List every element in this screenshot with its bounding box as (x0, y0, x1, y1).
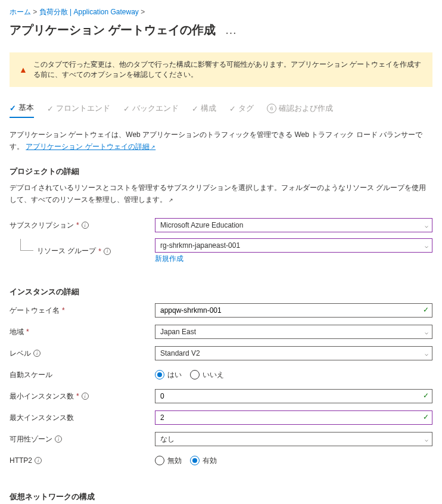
required-mark: * (26, 328, 29, 336)
tier-value: Standard V2 (160, 349, 200, 357)
radio-disabled-label: 無効 (167, 456, 182, 466)
min-instances-input[interactable] (155, 389, 432, 403)
section-instance-title: インスタンスの詳細 (10, 287, 432, 297)
http2-enabled-radio[interactable]: 有効 (190, 456, 217, 466)
label-tier-text: レベル (10, 349, 31, 359)
learn-more-link[interactable]: アプリケーション ゲートウェイの詳細 (26, 142, 155, 151)
check-icon (47, 104, 54, 113)
autoscale-yes-radio[interactable]: はい (155, 370, 182, 380)
breadcrumb-sep: > (31, 8, 39, 16)
resource-group-dropdown[interactable]: rg-shrkmn-japaneast-001 (155, 238, 432, 253)
required-mark: * (76, 221, 79, 229)
info-icon[interactable] (82, 393, 89, 400)
tab-backend-label: バックエンド (132, 103, 179, 114)
required-mark: * (76, 392, 79, 400)
project-desc-text: デプロイされているリソースとコストを管理するサブスクリプションを選択します。フォ… (10, 183, 426, 204)
rg-value: rg-shrkmn-japaneast-001 (160, 241, 240, 250)
label-gwname-text: ゲートウェイ名 (10, 306, 60, 316)
required-mark: * (62, 306, 65, 315)
autoscale-radio-group: はい いいえ (155, 370, 432, 380)
label-az-text: 可用性ゾーン (10, 434, 52, 444)
tab-tag[interactable]: タグ (229, 102, 254, 118)
tab-review-label: 確認および作成 (279, 103, 333, 114)
more-icon[interactable]: … (225, 23, 237, 37)
availability-zone-dropdown[interactable]: なし (155, 432, 432, 446)
radio-yes-label: はい (167, 370, 182, 380)
tab-basic-label: 基本 (18, 102, 34, 113)
warning-alert: ▲ このタブで行った変更は、他のタブで行った構成に影響する可能性があります。アプ… (10, 52, 432, 87)
breadcrumb-sep2: > (139, 8, 145, 16)
info-icon[interactable] (104, 248, 111, 255)
http2-disabled-radio[interactable]: 無効 (155, 456, 182, 466)
breadcrumb-link[interactable]: 負荷分散 | Application Gateway (39, 8, 139, 16)
label-autoscale-text: 自動スケール (10, 370, 52, 380)
intro-text: アプリケーション ゲートウェイは、Web アプリケーションのトラフィックを管理で… (10, 129, 432, 153)
autoscale-no-radio[interactable]: いいえ (190, 370, 224, 380)
radio-icon (155, 456, 164, 465)
valid-check-icon: ✓ (423, 413, 429, 421)
label-availability-zone: 可用性ゾーン (10, 434, 155, 444)
max-instances-input[interactable] (155, 410, 432, 425)
section-project-desc: デプロイされているリソースとコストを管理するサブスクリプションを選択します。フォ… (10, 182, 432, 206)
region-dropdown[interactable]: Japan East (155, 325, 432, 339)
alert-text: このタブで行った変更は、他のタブで行った構成に影響する可能性があります。アプリケ… (33, 60, 423, 80)
create-new-rg-link[interactable]: 新規作成 (155, 254, 183, 264)
chevron-down-icon (425, 242, 428, 249)
label-max-text: 最大インスタンス数 (10, 413, 74, 423)
tab-basic[interactable]: 基本 (10, 102, 34, 118)
tab-frontend-label: フロントエンド (56, 103, 110, 114)
info-icon[interactable] (35, 457, 42, 464)
external-link-icon[interactable] (169, 195, 173, 204)
label-region-text: 地域 (10, 327, 24, 337)
breadcrumb-home[interactable]: ホーム (10, 8, 31, 16)
gateway-name-input[interactable] (155, 303, 432, 318)
required-mark: * (98, 247, 101, 256)
tabs: 基本 フロントエンド バックエンド 構成 タグ 6確認および作成 (10, 102, 432, 118)
tab-config-label: 構成 (201, 103, 216, 114)
radio-icon (155, 370, 164, 379)
label-min-text: 最小インスタンス数 (10, 391, 74, 402)
label-max-instances: 最大インスタンス数 (10, 413, 155, 423)
radio-no-label: いいえ (203, 370, 224, 380)
check-icon (10, 104, 16, 113)
section-vnet-title: 仮想ネットワークの構成 (10, 491, 432, 502)
label-resource-group: リソース グループ * (10, 246, 155, 256)
label-http2-text: HTTP2 (10, 456, 32, 465)
tab-backend[interactable]: バックエンド (123, 102, 179, 118)
warning-icon: ▲ (19, 65, 27, 74)
info-icon[interactable] (33, 350, 41, 357)
chevron-down-icon (425, 222, 428, 229)
check-icon (192, 104, 198, 113)
label-subscription-text: サブスクリプション (10, 220, 74, 231)
tab-frontend[interactable]: フロントエンド (47, 102, 110, 118)
valid-check-icon: ✓ (423, 306, 429, 314)
radio-icon (190, 456, 200, 465)
page-title-text: アプリケーション ゲートウェイの作成 (10, 22, 216, 38)
tier-dropdown[interactable]: Standard V2 (155, 346, 432, 360)
region-value: Japan East (160, 328, 196, 336)
label-min-instances: 最小インスタンス数 * (10, 391, 155, 402)
subscription-dropdown[interactable]: Microsoft Azure Education (155, 218, 432, 232)
valid-check-icon: ✓ (423, 391, 429, 400)
radio-icon (190, 370, 200, 379)
radio-enabled-label: 有効 (203, 456, 217, 466)
az-value: なし (160, 434, 175, 444)
label-http2: HTTP2 (10, 456, 155, 465)
tab-tag-label: タグ (238, 103, 254, 114)
check-icon (229, 104, 236, 113)
check-icon (123, 104, 130, 113)
chevron-down-icon (425, 436, 428, 443)
tab-review[interactable]: 6確認および作成 (267, 102, 333, 118)
section-project-title: プロジェクトの詳細 (10, 166, 432, 177)
label-tier: レベル (10, 349, 155, 359)
label-region: 地域 * (10, 327, 155, 337)
http2-radio-group: 無効 有効 (155, 456, 432, 466)
label-subscription: サブスクリプション * (10, 220, 155, 231)
info-icon[interactable] (55, 435, 62, 443)
page-title: アプリケーション ゲートウェイの作成 … (10, 22, 432, 41)
tree-line-icon (20, 239, 33, 251)
label-autoscale: 自動スケール (10, 370, 155, 380)
tab-config[interactable]: 構成 (192, 102, 216, 118)
info-icon[interactable] (82, 222, 89, 229)
chevron-down-icon (425, 350, 428, 357)
